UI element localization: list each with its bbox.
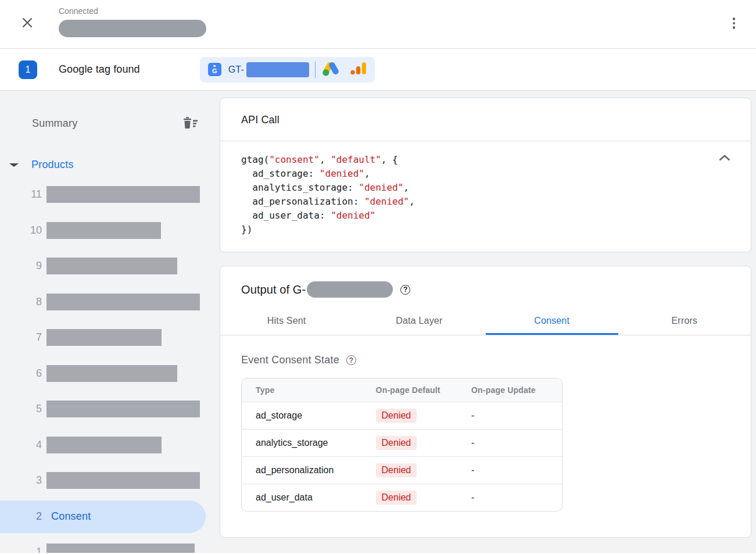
delete-sweep-icon	[181, 115, 199, 132]
consent-type: analytics_storage	[242, 429, 362, 456]
tag-id-prefix: GT-	[228, 65, 244, 75]
redacted-label	[46, 437, 162, 453]
summary-label: Summary	[32, 117, 77, 130]
tab-errors[interactable]: Errors	[618, 307, 751, 335]
tab-data-layer[interactable]: Data Layer	[353, 307, 485, 335]
table-row: ad_storage Denied -	[242, 402, 562, 429]
measurement-id-redacted	[307, 281, 393, 298]
chip-divider	[315, 62, 316, 78]
consent-type: ad_user_data	[242, 484, 362, 511]
consent-type: ad_storage	[242, 402, 362, 429]
step-number-badge: 1	[19, 60, 37, 79]
sidebar-item-3[interactable]: 3	[0, 463, 220, 499]
google-tag-found-title: Google tag found	[59, 63, 140, 76]
table-row: analytics_storage Denied -	[242, 429, 562, 456]
google-tag-row: 1 Google tag found G GT-	[0, 49, 756, 91]
more-options-button[interactable]	[726, 15, 742, 31]
sidebar-item-10[interactable]: 10	[0, 213, 220, 249]
content-area: Summary Products 1	[0, 91, 756, 553]
consent-item-label: Consent	[51, 510, 91, 523]
google-analytics-icon	[350, 61, 367, 78]
google-ads-icon	[321, 60, 341, 78]
consent-state-table: Type On-page Default On-page Update ad_s…	[241, 378, 562, 512]
api-call-card: API Call gtag("consent", "default", { ad…	[220, 98, 751, 252]
update-value: -	[457, 484, 562, 511]
connected-url-redacted	[59, 20, 206, 37]
redacted-label	[46, 258, 177, 274]
close-icon	[20, 15, 35, 32]
redacted-label	[46, 222, 161, 239]
redacted-label	[46, 186, 200, 203]
clear-summary-button[interactable]	[181, 115, 199, 132]
products-section-toggle[interactable]: Products	[9, 159, 220, 171]
update-value: -	[457, 429, 562, 456]
google-tag-chip[interactable]: G GT-	[200, 57, 375, 83]
status-badge: Denied	[376, 491, 417, 505]
api-call-code: gtag("consent", "default", { ad_storage:…	[241, 153, 709, 237]
products-label: Products	[31, 159, 74, 171]
api-call-title: API Call	[220, 98, 751, 141]
sidebar-item-7[interactable]: 7	[0, 320, 220, 356]
connection-status: Connected	[59, 6, 206, 16]
chevron-up-icon	[718, 155, 731, 163]
redacted-label	[46, 472, 200, 489]
sidebar-item-11[interactable]: 11	[0, 177, 220, 213]
top-bar: Connected	[0, 0, 756, 49]
output-tabs: Hits Sent Data Layer Consent Errors	[220, 307, 751, 335]
products-list: 11 10 9 8 7 6	[0, 177, 220, 553]
sidebar-item-8[interactable]: 8	[0, 284, 220, 320]
main-panel: API Call gtag("consent", "default", { ad…	[220, 91, 756, 553]
tag-id-redacted	[246, 62, 309, 77]
redacted-label	[46, 329, 162, 346]
column-header-type: Type	[242, 378, 362, 402]
event-consent-state-title: Event Consent State	[241, 354, 339, 366]
status-badge: Denied	[376, 409, 417, 423]
output-help-button[interactable]: ?	[400, 285, 410, 295]
sidebar-item-4[interactable]: 4	[0, 427, 220, 463]
sidebar-item-6[interactable]: 6	[0, 356, 220, 392]
column-header-default: On-page Default	[362, 378, 457, 402]
output-title: Output of G-	[241, 283, 306, 296]
column-header-update: On-page Update	[457, 378, 562, 402]
redacted-label	[46, 365, 177, 382]
tab-consent[interactable]: Consent	[486, 307, 618, 335]
output-card: Output of G- ? Hits Sent Data Layer Cons…	[220, 266, 751, 538]
chevron-down-icon	[9, 163, 19, 167]
update-value: -	[457, 456, 562, 484]
help-icon: ?	[349, 357, 353, 364]
redacted-label	[46, 544, 195, 553]
sidebar-item-consent[interactable]: 2 Consent	[0, 501, 206, 533]
tab-hits-sent[interactable]: Hits Sent	[220, 307, 353, 335]
sidebar-item-5[interactable]: 5	[0, 391, 220, 427]
consent-tab-panel: Event Consent State ? Type On-page Defau…	[220, 335, 751, 537]
table-header-row: Type On-page Default On-page Update	[242, 378, 562, 402]
consent-state-help-button[interactable]: ?	[346, 355, 356, 365]
collapse-button[interactable]	[716, 152, 733, 166]
help-icon: ?	[403, 286, 407, 293]
table-row: ad_personalization Denied -	[242, 456, 562, 484]
consent-type: ad_personalization	[242, 456, 362, 484]
status-badge: Denied	[376, 436, 417, 450]
update-value: -	[457, 402, 562, 429]
redacted-label	[46, 294, 200, 310]
sidebar-item-9[interactable]: 9	[0, 248, 220, 284]
sidebar-item-1[interactable]: 1	[0, 534, 220, 553]
redacted-label	[46, 401, 200, 417]
status-badge: Denied	[376, 463, 417, 477]
table-row: ad_user_data Denied -	[242, 484, 562, 511]
google-tag-icon: G	[208, 63, 221, 76]
close-button[interactable]	[19, 15, 35, 31]
sidebar: Summary Products 1	[0, 91, 220, 553]
kebab-menu-icon	[733, 17, 736, 29]
